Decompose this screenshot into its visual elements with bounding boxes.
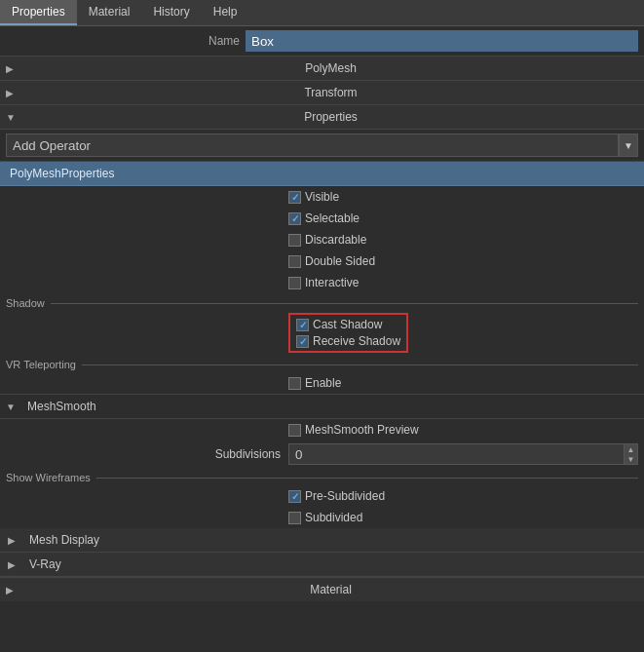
name-label: Name (6, 34, 240, 48)
section-polymesh-title: PolyMesh (23, 61, 638, 75)
double-sided-checkbox[interactable] (288, 255, 301, 268)
wireframes-group-label: Show Wireframes (0, 468, 644, 485)
section-transform[interactable]: ▶ Transform (0, 81, 644, 105)
prop-row-pre-subdivided: Pre-Subdivided (0, 485, 644, 507)
subdivided-checkbox[interactable] (288, 512, 301, 524)
section-meshsmooth[interactable]: ▼ MeshSmooth (0, 394, 644, 419)
polymesh-properties-header: PolyMeshProperties (0, 162, 644, 186)
section-transform-title: Transform (23, 86, 638, 99)
menu-item-help[interactable]: Help (202, 0, 249, 25)
enable-label: Enable (305, 376, 341, 390)
meshsmooth-title: MeshSmooth (27, 400, 638, 413)
discardable-checkbox[interactable] (288, 234, 301, 247)
prop-row-discardable: Discardable (0, 229, 644, 250)
subdivisions-down-btn[interactable]: ▼ (625, 454, 637, 464)
interactive-label: Interactive (305, 276, 359, 289)
name-row: Name (0, 26, 644, 57)
discardable-label: Discardable (305, 233, 366, 247)
prop-row-visible: Visible (0, 186, 644, 208)
section-material[interactable]: ▶ Material (0, 577, 644, 601)
prop-row-meshsmooth-preview: MeshSmooth Preview (0, 419, 644, 441)
subdivisions-up-btn[interactable]: ▲ (625, 444, 637, 454)
shadow-highlight-box: Cast Shadow Receive Shadow (288, 313, 408, 353)
section-polymesh[interactable]: ▶ PolyMesh (0, 57, 644, 81)
v-ray-title: V-Ray (29, 557, 636, 571)
material-title: Material (23, 583, 638, 596)
selectable-checkbox[interactable] (288, 212, 301, 225)
menu-item-history[interactable]: History (141, 0, 201, 25)
material-arrow: ▶ (6, 585, 19, 595)
interactive-checkbox[interactable] (288, 277, 301, 289)
v-ray-arrow: ▶ (8, 559, 21, 570)
meshsmooth-arrow: ▼ (6, 402, 19, 412)
double-sided-label: Double Sided (305, 254, 375, 268)
polymesh-arrow: ▶ (6, 63, 19, 74)
selectable-label: Selectable (305, 211, 360, 225)
menu-item-material[interactable]: Material (77, 0, 142, 25)
visible-checkbox[interactable] (288, 191, 301, 204)
menu-item-properties[interactable]: Properties (0, 0, 77, 25)
prop-row-enable: Enable (0, 372, 644, 394)
add-operator-row: Add Operator ▼ (0, 130, 644, 162)
enable-checkbox[interactable] (288, 377, 301, 390)
section-mesh-display[interactable]: ▶ Mesh Display (0, 528, 644, 553)
receive-shadow-checkbox[interactable] (296, 335, 309, 348)
vr-teleporting-group-label: VR Teleporting (0, 355, 644, 372)
receive-shadow-label: Receive Shadow (313, 334, 400, 348)
add-operator-dropdown-btn[interactable]: ▼ (619, 134, 638, 157)
section-properties[interactable]: ▼ Properties (0, 105, 644, 130)
add-operator-select[interactable]: Add Operator (6, 134, 619, 157)
prop-row-interactive: Interactive (0, 272, 644, 293)
transform-arrow: ▶ (6, 88, 19, 98)
section-properties-title: Properties (23, 110, 638, 124)
prop-row-subdivided: Subdivided (0, 507, 644, 528)
mesh-display-arrow: ▶ (8, 535, 21, 546)
shadow-group-label: Shadow (0, 293, 644, 311)
section-v-ray[interactable]: ▶ V-Ray (0, 553, 644, 577)
pre-subdivided-checkbox[interactable] (288, 490, 301, 503)
subdivisions-spinner: ▲ ▼ (625, 443, 638, 465)
meshsmooth-preview-label: MeshSmooth Preview (305, 423, 419, 437)
visible-label: Visible (305, 190, 339, 204)
mesh-display-title: Mesh Display (29, 533, 636, 547)
subdivided-label: Subdivided (305, 511, 362, 524)
dropdown-arrow-icon: ▼ (624, 140, 633, 151)
prop-row-selectable: Selectable (0, 208, 644, 229)
meshsmooth-preview-checkbox[interactable] (288, 424, 301, 437)
subdivisions-input[interactable] (288, 443, 625, 465)
cast-shadow-checkbox[interactable] (296, 319, 309, 331)
subdivisions-row: Subdivisions ▲ ▼ (0, 441, 644, 468)
properties-arrow: ▼ (6, 112, 19, 123)
menu-bar: Properties Material History Help (0, 0, 644, 26)
cast-shadow-label: Cast Shadow (313, 318, 382, 331)
prop-row-double-sided: Double Sided (0, 250, 644, 272)
visible-checkbox-wrapper: Visible (288, 190, 339, 204)
subdivisions-label: Subdivisions (6, 447, 288, 461)
pre-subdivided-label: Pre-Subdivided (305, 489, 385, 503)
name-input[interactable] (246, 30, 638, 52)
